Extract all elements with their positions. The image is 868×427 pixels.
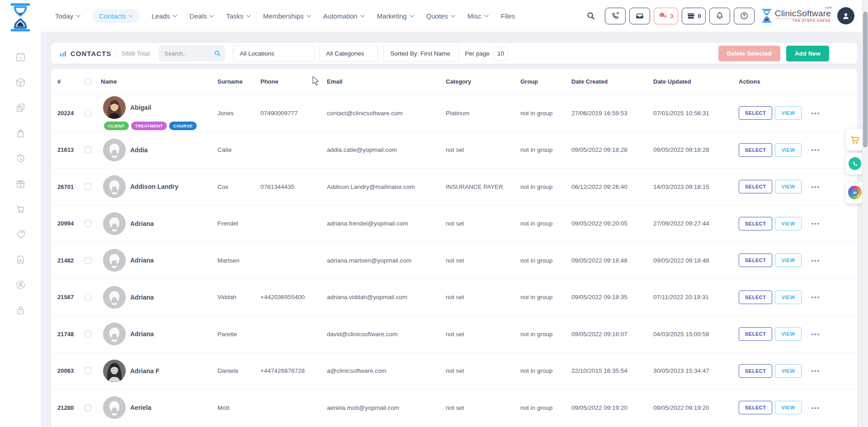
cube-icon[interactable]	[15, 77, 26, 88]
scrollbar-thumb[interactable]	[863, 12, 868, 147]
bell-button[interactable]	[709, 8, 730, 24]
nav-item-label: Deals	[189, 12, 207, 20]
search-submit-icon[interactable]	[214, 50, 221, 57]
brand-tagline: TEN STEPS AHEAD	[775, 19, 831, 23]
row-more-button[interactable]: •••	[811, 367, 821, 374]
view-button[interactable]: VIEW	[775, 327, 801, 341]
add-new-button[interactable]: Add New	[786, 46, 829, 61]
nav-item-contacts[interactable]: Contacts	[93, 9, 139, 23]
row-checkbox[interactable]	[85, 220, 91, 227]
account-sync-icon[interactable]	[15, 279, 26, 291]
view-button[interactable]: VIEW	[775, 401, 801, 414]
delete-selected-button[interactable]: Delete Selected	[718, 46, 780, 61]
nav-item-today[interactable]: Today	[55, 12, 80, 20]
select-all-checkbox[interactable]	[85, 78, 91, 85]
whatsapp-widget[interactable]	[845, 153, 864, 174]
row-checkbox[interactable]	[85, 404, 91, 411]
per-page-input[interactable]	[494, 47, 508, 61]
avatar-line: Adriana	[101, 212, 217, 235]
view-button[interactable]: VIEW	[775, 291, 801, 304]
row-more-button[interactable]: •••	[811, 257, 821, 264]
contact-surname: Catie	[217, 146, 260, 153]
nav-item-automation[interactable]: Automation	[323, 12, 365, 20]
view-button[interactable]: VIEW	[775, 217, 801, 230]
report-icon[interactable]	[15, 254, 26, 265]
select-button[interactable]: SELECT	[739, 253, 772, 267]
view-button[interactable]: VIEW	[775, 180, 801, 193]
select-button[interactable]: SELECT	[739, 401, 772, 414]
contact-email: addia.catie@yopmail.com	[327, 146, 446, 153]
row-checkbox[interactable]	[85, 294, 91, 300]
gift-icon[interactable]	[15, 178, 26, 189]
row-more-button[interactable]: •••	[811, 294, 821, 300]
nav-item-misc[interactable]: Misc	[467, 12, 489, 20]
row-checkbox[interactable]	[85, 257, 91, 264]
nav-item-files[interactable]: Files	[501, 12, 515, 20]
shopping-bag-icon[interactable]	[15, 127, 26, 139]
nav-item-memberships[interactable]: Memberships	[263, 12, 311, 20]
contact-name-cell: Addia	[101, 139, 217, 161]
calendar-12-icon[interactable]: 12	[15, 52, 26, 63]
row-more-button[interactable]: •••	[811, 404, 821, 411]
row-checkbox[interactable]	[85, 110, 91, 117]
select-button[interactable]: SELECT	[739, 143, 772, 157]
nav-item-deals[interactable]: Deals	[189, 12, 214, 20]
ai-assistant-widget[interactable]: AI	[845, 182, 864, 203]
history-icon[interactable]	[15, 153, 26, 164]
date-created: 09/05/2022 09:19:20	[571, 404, 653, 411]
inbox-button[interactable]	[629, 8, 650, 24]
view-button[interactable]: VIEW	[775, 143, 801, 157]
chat-button[interactable]: 3	[654, 8, 678, 24]
help-button[interactable]	[734, 8, 755, 24]
select-button[interactable]: SELECT	[739, 291, 772, 304]
cart-icon[interactable]	[15, 203, 26, 215]
nav-item-tasks[interactable]: Tasks	[226, 12, 250, 20]
row-checkbox[interactable]	[85, 183, 91, 190]
row-more-button[interactable]: •••	[811, 110, 821, 117]
view-button[interactable]: VIEW	[775, 253, 801, 267]
locations-filter[interactable]: All Locations	[233, 45, 315, 62]
row-more-button[interactable]: •••	[811, 331, 821, 338]
row-more-button[interactable]: •••	[811, 183, 821, 190]
row-checkbox-cell	[85, 220, 101, 227]
nav-item-quotes[interactable]: Quotes	[426, 12, 455, 20]
row-actions: SELECTVIEW•••	[735, 291, 857, 304]
row-more-button[interactable]: •••	[811, 146, 821, 153]
column-header-surname: Surname	[217, 78, 260, 85]
contact-name: Addison Landry	[130, 183, 179, 190]
column-header-category: Category	[446, 78, 520, 85]
contact-phone: +447428878728	[260, 367, 327, 374]
view-button[interactable]: VIEW	[775, 364, 801, 378]
store-button[interactable]: 0	[682, 8, 706, 24]
price-tag-icon[interactable]	[15, 229, 26, 240]
row-checkbox[interactable]	[85, 331, 91, 338]
view-button[interactable]: VIEW	[775, 106, 801, 120]
select-button[interactable]: SELECT	[739, 180, 772, 193]
lock-icon[interactable]	[15, 305, 26, 316]
row-checkbox-cell	[85, 183, 101, 190]
select-button[interactable]: SELECT	[739, 106, 772, 120]
categories-filter[interactable]: All Categories	[319, 45, 378, 62]
select-button[interactable]: SELECT	[739, 217, 772, 230]
contact-name: Adriana F	[130, 367, 160, 375]
sort-filter[interactable]: Sorted By: First Name	[383, 45, 459, 62]
user-avatar-button[interactable]	[837, 7, 854, 24]
contact-group: not in group	[520, 146, 571, 153]
nav-item-leads[interactable]: Leads	[151, 12, 177, 20]
table-row: 26701Addison LandryCox0781344435Addison.…	[51, 169, 857, 206]
phone-button[interactable]	[605, 8, 626, 24]
search-icon[interactable]	[586, 11, 596, 21]
brand-hourglass-logo[interactable]	[10, 3, 31, 27]
nav-item-marketing[interactable]: Marketing	[377, 12, 414, 20]
row-checkbox[interactable]	[85, 367, 91, 374]
select-button[interactable]: SELECT	[739, 327, 772, 341]
copy-pages-icon[interactable]	[15, 102, 26, 113]
row-checkbox[interactable]	[85, 146, 91, 153]
row-more-button[interactable]: •••	[811, 220, 821, 227]
contact-surname: Cox	[217, 183, 260, 190]
contact-surname: Frendel	[217, 220, 260, 227]
cart-widget[interactable]	[845, 129, 864, 150]
select-button[interactable]: SELECT	[739, 364, 772, 378]
date-updated: 07/01/2025 10:56:31	[653, 110, 735, 117]
contact-avatar	[103, 139, 126, 161]
